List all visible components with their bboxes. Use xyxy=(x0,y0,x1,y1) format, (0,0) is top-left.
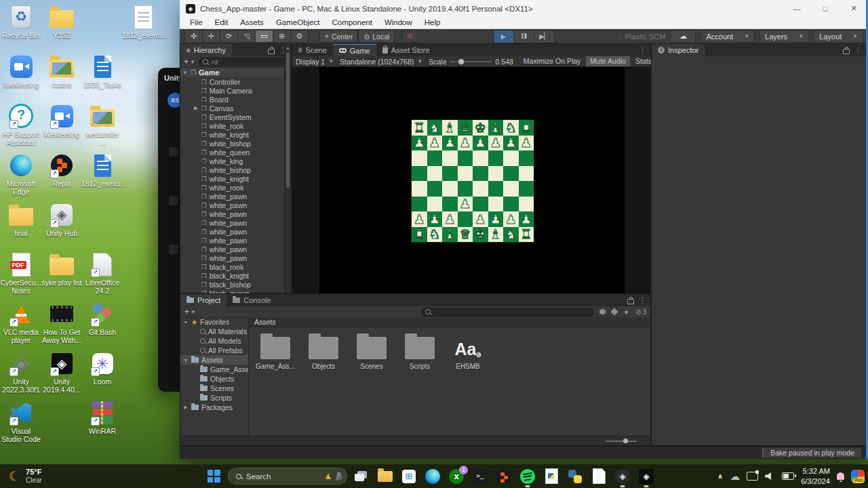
notification-bell-icon[interactable] xyxy=(837,472,844,480)
taskbar-spotify-button[interactable] xyxy=(519,468,536,485)
desktop-icon-1812-exerci[interactable]: 1812_exerci... xyxy=(82,151,123,200)
desktop-icon-vlc-media-player[interactable]: ↗ VLC media player xyxy=(1,300,41,348)
board-square[interactable] xyxy=(458,166,473,182)
desktop-icon-recycle-bin[interactable]: ♻ Recycle Bin xyxy=(1,3,41,52)
desktop-icon-final[interactable]: final xyxy=(1,201,41,249)
pivot-mode-button[interactable]: ⌖Center xyxy=(319,30,358,43)
layout-dropdown[interactable]: Layout▼ xyxy=(814,30,863,43)
transform-tool-button[interactable]: ⊕ xyxy=(273,30,291,43)
board-square[interactable] xyxy=(458,211,473,227)
taskbar-xbox-button[interactable]: x1 xyxy=(448,468,465,485)
board-square[interactable]: ♟ xyxy=(488,136,504,151)
tree-item-objects[interactable]: Objects xyxy=(180,374,248,384)
grid-snap-button[interactable]: ⊞ xyxy=(401,30,418,43)
start-button[interactable] xyxy=(205,468,222,485)
board-square[interactable]: ♚ xyxy=(473,120,488,136)
lock-icon[interactable] xyxy=(268,49,275,54)
tree-item-game-asse[interactable]: Game_Asse xyxy=(180,365,248,374)
weather-widget[interactable]: ☾ 75°F Clear xyxy=(0,468,42,485)
taskbar-unity-hub-button[interactable]: ◈ xyxy=(614,468,631,485)
board-square[interactable]: ♟ xyxy=(503,136,519,151)
tree-item-packages[interactable]: ▶Packages xyxy=(180,403,248,412)
scale-slider-thumb[interactable] xyxy=(458,59,464,64)
desktop-icon-unity-hub[interactable]: ◈↗ Unity Hub xyxy=(41,201,82,249)
taskbar-python-button[interactable] xyxy=(567,468,583,485)
tray-battery-button[interactable] xyxy=(782,472,794,480)
custom-tool-button[interactable]: ⚙ xyxy=(291,30,309,43)
hierarchy-item-board[interactable]: ❒Board xyxy=(180,95,291,104)
board-square[interactable] xyxy=(458,150,473,166)
board-square[interactable]: ♟ xyxy=(442,211,458,227)
hierarchy-item-white-pawn[interactable]: ❒white_pawn xyxy=(180,253,291,262)
hierarchy-item-black-rook[interactable]: ❒black_rook xyxy=(180,262,291,271)
desktop-icon-1836-tasks[interactable]: 1836_Tasks xyxy=(82,52,123,101)
hierarchy-scrollbar[interactable]: ▲ xyxy=(284,44,291,293)
pause-button[interactable] xyxy=(514,30,534,43)
board-square[interactable]: ♜ xyxy=(412,120,427,136)
desktop-icon-libreoffice-24-2[interactable]: ↗ LibreOffice 24.2 xyxy=(82,250,123,299)
taskbar-terminal-button[interactable]: >_ xyxy=(472,468,488,485)
hierarchy-item-controller[interactable]: ❒Controller xyxy=(180,77,291,86)
taskbar-unity-button[interactable]: ◈ xyxy=(638,468,654,485)
desktop-icon-winrar[interactable]: ↗ WinRAR xyxy=(82,399,123,447)
hierarchy-item-white-king[interactable]: ❒white_king xyxy=(180,157,291,165)
board-square[interactable] xyxy=(488,197,504,212)
hierarchy-item-white-pawn[interactable]: ❒white_pawn xyxy=(180,218,291,227)
title-bar[interactable]: ◈ Chess_App-master - Game - PC, Mac & Li… xyxy=(180,0,868,17)
board-square[interactable] xyxy=(473,166,488,182)
board-square[interactable]: ♛ xyxy=(458,227,473,243)
step-button[interactable]: ▶▏ xyxy=(534,30,555,43)
create-object-button[interactable]: +▼ xyxy=(184,57,195,66)
hierarchy-item-white-pawn[interactable]: ❒white_pawn xyxy=(180,192,291,201)
hierarchy-item-white-bishop[interactable]: ❒white_bishop xyxy=(180,165,291,174)
thumbnail-size-slider[interactable] xyxy=(606,441,637,442)
taskbar-edge-button[interactable] xyxy=(425,468,441,485)
hierarchy-item-black-knight[interactable]: ❒black_knight xyxy=(180,271,291,280)
asset-objects[interactable]: Objects xyxy=(304,337,343,370)
tray-display-button[interactable] xyxy=(747,472,758,481)
taskbar-microsoft-store-button[interactable]: ⊞ xyxy=(401,468,417,485)
board-square[interactable]: ♟ xyxy=(412,136,427,151)
hierarchy-item-white-pawn[interactable]: ❒white_pawn xyxy=(180,245,291,253)
desktop-icon-cybersecu-notes[interactable]: PDF CyberSecu... Notes xyxy=(1,250,41,299)
tree-item-all-prefabs[interactable]: All Prefabs xyxy=(180,346,248,355)
rect-tool-button[interactable]: ▭ xyxy=(256,30,273,43)
tree-item-all-models[interactable]: All Models xyxy=(180,336,248,346)
slider-thumb[interactable] xyxy=(623,439,628,443)
board-square[interactable] xyxy=(503,197,519,212)
tab-console[interactable]: Console xyxy=(226,294,277,306)
menu-help[interactable]: Help xyxy=(418,17,447,28)
board-square[interactable] xyxy=(473,197,488,212)
hand-tool-button[interactable]: ✜ xyxy=(184,30,203,43)
board-square[interactable] xyxy=(519,197,534,212)
board-square[interactable] xyxy=(412,197,427,212)
board-square[interactable] xyxy=(458,181,473,197)
create-asset-button[interactable]: +▼ xyxy=(184,307,196,317)
board-square[interactable]: ♟ xyxy=(427,211,443,227)
board-square[interactable]: ♞ xyxy=(427,120,443,136)
menu-edit[interactable]: Edit xyxy=(209,17,235,28)
taskbar-task-view-button[interactable] xyxy=(353,468,370,485)
scale-slider-track[interactable] xyxy=(450,61,492,62)
board-square[interactable] xyxy=(473,150,488,166)
desktop-icon-git-bash[interactable]: ↗ Git Bash xyxy=(82,300,123,348)
board-square[interactable]: ♟ xyxy=(427,136,443,151)
hidden-count-toggle[interactable]: ⊘3 xyxy=(635,308,646,316)
hierarchy-item-white-knight[interactable]: ❒white_knight xyxy=(180,130,291,139)
asset-game-ass[interactable]: Game_Ass... xyxy=(256,337,295,370)
chevron-down-icon[interactable]: ▼ xyxy=(183,320,189,325)
hierarchy-item-white-rook[interactable]: ❒white_rook xyxy=(180,121,291,130)
board-square[interactable]: ♟ xyxy=(519,211,534,227)
board-square[interactable]: ♞ xyxy=(427,227,443,243)
plastic-scm-status[interactable]: ◌Plastic SCM xyxy=(618,33,665,41)
desktop-icon-wemeeting[interactable]: WeMeeting xyxy=(1,52,41,101)
hierarchy-item-white-queen[interactable]: ❒white_queen xyxy=(180,148,291,157)
chess-board[interactable]: ♜♞♝♛♚♝♞♜♟♟♟♟♟♟♟♟♟♟♟♟♟♟♟♟♜♞♝♛♚♝♞♜ xyxy=(411,119,534,243)
board-square[interactable] xyxy=(519,181,534,197)
lock-icon[interactable] xyxy=(843,49,850,54)
taskbar-writer-button[interactable] xyxy=(591,468,607,485)
scene-row-game[interactable]: ▼ ❒ Game ⋮ xyxy=(180,68,291,77)
board-square[interactable] xyxy=(442,150,458,166)
unity-hub-window[interactable]: Unity XS xyxy=(158,68,181,392)
board-square[interactable]: ♟ xyxy=(503,211,519,227)
